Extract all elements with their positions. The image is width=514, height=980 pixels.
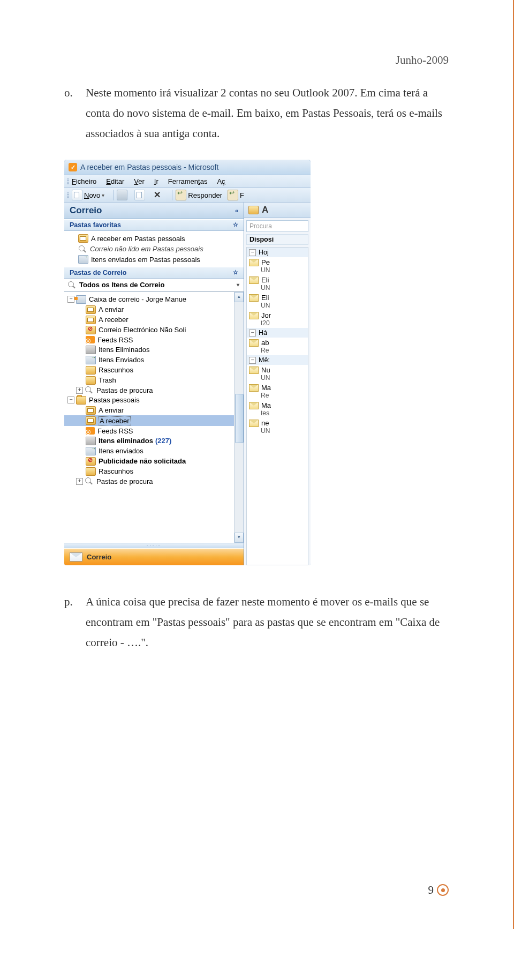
collapse-icon[interactable]: − (249, 249, 256, 256)
collapse-icon[interactable]: − (67, 296, 74, 303)
date-group-ha[interactable]: −Há (247, 328, 308, 338)
tree-pp-sent[interactable]: Itens enviados (64, 446, 244, 456)
menubar[interactable]: Ficheiro Editar Ver Ir Ferramentas Aç (64, 175, 311, 188)
delete-button[interactable]: ✕ (152, 190, 163, 200)
fav-inbox[interactable]: A receber em Pastas pessoais (64, 233, 244, 244)
menu-editar[interactable]: Editar (106, 177, 124, 185)
folder-icon (86, 376, 96, 385)
tree-search-folders[interactable]: +Pastas de procura (64, 385, 244, 395)
tree-deleted[interactable]: Itens Eliminados (64, 345, 244, 355)
item-marker: o. (64, 83, 86, 144)
message-item[interactable]: Mates (247, 400, 308, 418)
collapse-icon[interactable]: − (249, 330, 256, 336)
expand-icon[interactable]: + (76, 478, 83, 485)
message-item[interactable]: PeUN (247, 257, 308, 275)
sent-icon (86, 447, 96, 455)
envelope-icon (249, 294, 259, 302)
menu-ficheiro[interactable]: Ficheiro (72, 177, 96, 185)
outbox-icon (86, 406, 96, 415)
message-item[interactable]: neUN (247, 418, 308, 436)
window-title: A receber em Pastas pessoais - Microsoft (80, 163, 218, 171)
tree-pp-junk[interactable]: Publicidade não solicitada (64, 456, 244, 466)
grip-icon[interactable] (64, 192, 72, 198)
folder-move-icon (134, 190, 145, 200)
fav-sent[interactable]: Itens enviados em Pastas pessoais (64, 254, 244, 265)
message-item[interactable]: abRe (247, 338, 308, 355)
envelope-icon (249, 276, 259, 284)
dropdown-caret-icon[interactable]: ▾ (237, 282, 239, 288)
mail-folders-header[interactable]: Pastas de Correio☆ (64, 267, 244, 279)
print-button[interactable] (117, 190, 129, 200)
tree-sent[interactable]: Itens Enviados (64, 355, 244, 365)
envelope-icon (249, 402, 259, 409)
scrollbar-thumb[interactable] (235, 394, 244, 443)
fav-unread[interactable]: Correio não lido em Pastas pessoais (64, 244, 244, 254)
message-item[interactable]: EliUN (247, 275, 308, 293)
move-button[interactable] (134, 190, 147, 200)
tree-mailbox-root[interactable]: −Caixa de correio - Jorge Manue (64, 294, 244, 304)
separator (172, 190, 172, 200)
inbox-icon (86, 316, 96, 324)
menu-ver[interactable]: Ver (134, 177, 145, 185)
trash-icon (86, 346, 96, 354)
tree-pp-inbox-selected[interactable]: A receber (64, 415, 244, 426)
header-date: Junho-2009 (64, 54, 449, 67)
tree-pp-search[interactable]: +Pastas de procura (64, 476, 244, 486)
search-icon (78, 245, 87, 253)
outlook-screenshot: ✓ A receber em Pastas pessoais - Microso… (64, 160, 311, 565)
document-page: Junho-2009 o. Neste momento irá visualiz… (0, 0, 514, 929)
menu-ir[interactable]: Ir (154, 177, 158, 185)
message-item[interactable]: NuUN (247, 365, 308, 383)
tree-rss[interactable]: Feeds RSS (64, 335, 244, 345)
collapse-chevron-icon[interactable]: « (235, 207, 238, 214)
splitter[interactable]: ····· (64, 543, 244, 548)
responder-button[interactable]: Responder (176, 190, 222, 200)
correio-nav-button[interactable]: Correio (64, 548, 244, 565)
scroll-down-icon[interactable]: ▾ (235, 533, 244, 543)
date-group-mes[interactable]: −Mê: (247, 355, 308, 365)
responder-f-button[interactable]: F (228, 190, 244, 200)
tree-outbox[interactable]: A enviar (64, 304, 244, 315)
tree-inbox[interactable]: A receber (64, 315, 244, 325)
date-group-hoje[interactable]: −Hoj (247, 248, 308, 257)
sent-icon (78, 255, 88, 264)
menu-accoes[interactable]: Aç (217, 177, 225, 185)
envelope-icon (249, 259, 259, 266)
outbox-icon (86, 305, 96, 314)
envelope-icon (249, 312, 259, 319)
message-item[interactable]: Jort20 (247, 310, 308, 328)
all-mail-items[interactable]: Todos os Itens de Correio ▾ (64, 279, 244, 291)
tree-pp-rss[interactable]: Feeds RSS (64, 426, 244, 436)
folder-icon (86, 366, 96, 375)
rss-icon (86, 427, 95, 435)
collapse-icon[interactable]: − (67, 397, 74, 403)
arrangement-header[interactable]: Disposi (246, 234, 308, 245)
nav-title: Correio (70, 205, 102, 216)
menu-ferramentas[interactable]: Ferramentas (168, 177, 208, 185)
tree-pp-drafts[interactable]: Rascunhos (64, 466, 244, 476)
message-item[interactable]: MaRe (247, 383, 308, 400)
item-marker: p. (64, 592, 86, 653)
rss-icon (86, 336, 95, 343)
tree-drafts[interactable]: Rascunhos (64, 365, 244, 375)
search-input[interactable]: Procura (246, 220, 308, 232)
reply-icon (176, 190, 186, 200)
grip-icon[interactable] (64, 177, 72, 185)
tree-trash[interactable]: Trash (64, 375, 244, 385)
expand-icon[interactable]: + (76, 387, 83, 394)
tree-junk[interactable]: Correio Electrónico Não Soli (64, 325, 244, 335)
tree-pp-deleted[interactable]: Itens eliminados(227) (64, 436, 244, 446)
tree-personal-root[interactable]: −Pastas pessoais (64, 395, 244, 405)
scrollbar[interactable]: ▴ ▾ (234, 292, 244, 543)
favorites-header[interactable]: Pastas favoritas☆ (64, 219, 244, 231)
collapse-icon[interactable]: − (249, 357, 256, 364)
envelope-icon (70, 552, 82, 562)
bullseye-icon (437, 884, 449, 896)
trash-icon (86, 437, 96, 445)
list-item-p: p. A única coisa que precisa de fazer ne… (64, 592, 449, 653)
message-item[interactable]: EliUN (247, 293, 308, 310)
search-folder-icon (67, 281, 77, 289)
novo-button[interactable]: Novo▾ (72, 190, 104, 200)
tree-pp-outbox[interactable]: A enviar (64, 405, 244, 415)
scroll-up-icon[interactable]: ▴ (235, 292, 244, 302)
